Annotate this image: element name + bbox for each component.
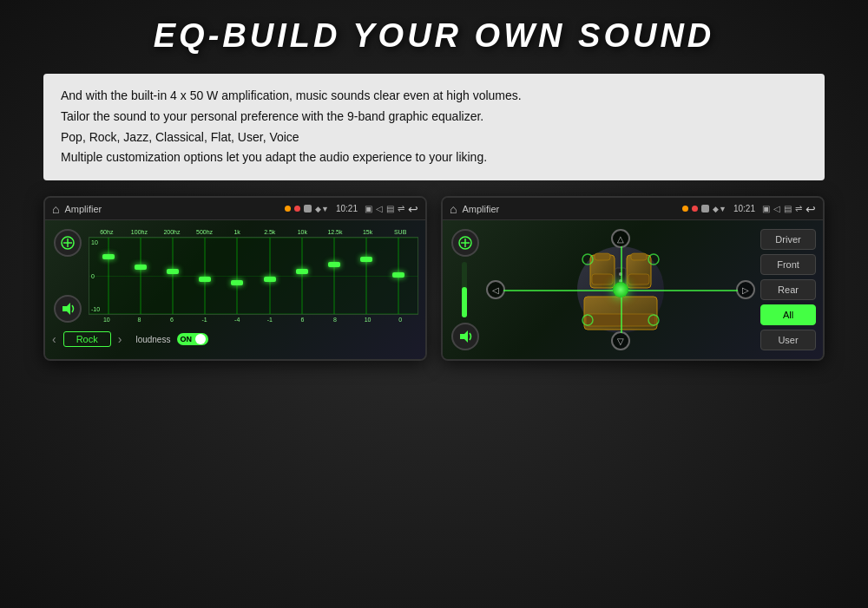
amp-signal-icon: ◆▼ bbox=[713, 205, 727, 213]
amp-left bbox=[450, 229, 481, 350]
eq-bar-col-7[interactable] bbox=[286, 238, 318, 314]
amp-time: 10:21 bbox=[733, 204, 755, 213]
eq-next-btn[interactable]: › bbox=[118, 332, 122, 346]
eq-bot-0: 0 bbox=[391, 317, 410, 323]
eq-label-500hz: 500hz bbox=[195, 229, 214, 235]
amp-btn-rear[interactable]: Rear bbox=[760, 279, 816, 300]
link-icon: ⇌ bbox=[398, 204, 404, 213]
eq-preset-rock[interactable]: Rock bbox=[63, 331, 111, 347]
eq-bot-6b: 6 bbox=[293, 317, 312, 323]
svg-rect-14 bbox=[631, 253, 647, 260]
eq-label-100hz: 100hz bbox=[129, 229, 148, 235]
eq-bot-m1b: -1 bbox=[260, 317, 279, 323]
page-title: EQ-BUILD YOUR OWN SOUND bbox=[35, 17, 833, 55]
eq-bar-col-1[interactable] bbox=[93, 238, 124, 314]
amp-btn-driver[interactable]: Driver bbox=[760, 229, 816, 250]
desc-line1: And with the built-in 4 x 50 W amplifica… bbox=[61, 86, 807, 107]
amp-right: Driver Front Rear All User bbox=[760, 229, 816, 350]
eq-bar-col-5[interactable] bbox=[221, 238, 253, 314]
eq-bottom-controls: ‹ Rock › loudness ON bbox=[52, 328, 418, 350]
eq-labels-top: 60hz 100hz 200hz 500hz 1k 2.5k 10k 12.5k… bbox=[89, 229, 418, 235]
eq-bar-col-3[interactable] bbox=[157, 238, 188, 314]
amp-back-icon[interactable]: ↩ bbox=[806, 202, 816, 216]
amp-body: △ ▽ ◁ ▷ bbox=[443, 220, 823, 359]
eq-main-area: 60hz 100hz 200hz 500hz 1k 2.5k 10k 12.5k… bbox=[52, 229, 418, 323]
eq-label-2_5k: 2.5k bbox=[260, 229, 279, 235]
eq-bot-10: 10 bbox=[97, 317, 116, 323]
status-dot-orange bbox=[285, 206, 291, 212]
eq-label-60hz: 60hz bbox=[97, 229, 116, 235]
eq-volume-btn[interactable] bbox=[54, 295, 82, 323]
amp-center-dot[interactable] bbox=[613, 282, 628, 297]
eq-bot-8b: 8 bbox=[326, 317, 345, 323]
eq-label-200hz: 200hz bbox=[162, 229, 181, 235]
speaker-icon: ◁ bbox=[376, 204, 383, 213]
svg-rect-13 bbox=[595, 253, 610, 260]
amp-volume-track[interactable] bbox=[462, 262, 469, 317]
svg-marker-3 bbox=[62, 303, 70, 315]
eq-grid: 10 0 -10 bbox=[89, 237, 418, 315]
eq-bar-col-9[interactable] bbox=[351, 238, 382, 314]
eq-bot-10b: 10 bbox=[358, 317, 378, 323]
eq-body: 60hz 100hz 200hz 500hz 1k 2.5k 10k 12.5k… bbox=[45, 220, 425, 359]
screen-icon: ▤ bbox=[386, 204, 394, 213]
eq-screen-mockup: ⌂ Amplifier ◆▼ 10:21 ▣ ◁ ▤ ⇌ ↩ bbox=[43, 196, 427, 361]
amp-camera-icon: ▣ bbox=[762, 204, 770, 213]
eq-bar-col-4[interactable] bbox=[189, 238, 220, 314]
amp-nav-down[interactable]: ▽ bbox=[611, 331, 630, 350]
eq-time: 10:21 bbox=[336, 204, 358, 213]
eq-bot-6: 6 bbox=[162, 317, 181, 323]
eq-app-title: Amplifier bbox=[64, 204, 279, 214]
amp-home-icon[interactable]: ⌂ bbox=[450, 202, 457, 216]
home-icon[interactable]: ⌂ bbox=[52, 202, 59, 216]
status-dot-red bbox=[294, 206, 300, 212]
amp-btn-front[interactable]: Front bbox=[760, 254, 816, 275]
eq-left-controls bbox=[52, 229, 83, 323]
eq-loudness-label: loudness bbox=[135, 335, 170, 344]
eq-loudness-toggle[interactable]: ON bbox=[177, 333, 208, 345]
eq-bot-m4: -4 bbox=[227, 317, 247, 323]
amp-link-icon: ⇌ bbox=[795, 204, 802, 213]
amp-status-dot-red bbox=[692, 206, 698, 212]
amp-screen-icon: ▤ bbox=[784, 204, 792, 213]
amp-nav-up[interactable]: △ bbox=[611, 229, 630, 248]
amp-tune-btn[interactable] bbox=[451, 229, 479, 257]
amp-btn-user[interactable]: User bbox=[760, 330, 816, 350]
eq-toggle-knob bbox=[195, 334, 206, 344]
amp-volume-mute-btn[interactable] bbox=[451, 323, 479, 350]
eq-label-sub: SUB bbox=[391, 229, 410, 235]
eq-tune-btn[interactable] bbox=[54, 229, 82, 257]
eq-bar-col-10[interactable] bbox=[383, 238, 414, 314]
eq-bot-8: 8 bbox=[129, 317, 148, 323]
signal-icon: ◆▼ bbox=[315, 205, 329, 213]
svg-marker-7 bbox=[460, 330, 468, 343]
camera-icon: ▣ bbox=[365, 204, 372, 213]
eq-bar-col-8[interactable] bbox=[319, 238, 350, 314]
amp-status-dot-orange bbox=[682, 206, 688, 212]
desc-line2: Tailor the sound to your personal prefer… bbox=[61, 107, 807, 127]
eq-toggle-on-label: ON bbox=[180, 335, 192, 343]
amp-status-bar: ⌂ Amplifier ◆▼ 10:21 ▣ ◁ ▤ ⇌ ↩ bbox=[443, 198, 823, 220]
amp-speaker-icon: ◁ bbox=[773, 204, 780, 213]
eq-prev-btn[interactable]: ‹ bbox=[52, 332, 56, 346]
amp-screen-mockup: ⌂ Amplifier ◆▼ 10:21 ▣ ◁ ▤ ⇌ ↩ bbox=[441, 196, 825, 361]
screenshots-row: ⌂ Amplifier ◆▼ 10:21 ▣ ◁ ▤ ⇌ ↩ bbox=[43, 196, 825, 361]
eq-bar-col-6[interactable] bbox=[253, 238, 285, 314]
eq-label-10k: 10k bbox=[293, 229, 312, 235]
back-icon[interactable]: ↩ bbox=[408, 202, 418, 216]
eq-labels-bottom: 10 8 6 -1 -4 -1 6 8 10 0 bbox=[89, 317, 418, 323]
svg-rect-12 bbox=[628, 274, 649, 284]
amp-nav-left[interactable]: ◁ bbox=[486, 280, 505, 299]
amp-app-title: Amplifier bbox=[462, 204, 677, 214]
description-box: And with the built-in 4 x 50 W amplifica… bbox=[43, 74, 825, 180]
eq-bar-col-2[interactable] bbox=[125, 238, 156, 314]
amp-status-dot-gray bbox=[701, 205, 709, 212]
eq-bot-m1: -1 bbox=[195, 317, 214, 323]
amp-btn-all[interactable]: All bbox=[760, 304, 816, 325]
eq-status-icons: ◆▼ 10:21 ▣ ◁ ▤ ⇌ ↩ bbox=[285, 202, 418, 216]
desc-line3: Pop, Rock, Jazz, Classical, Flat, User, … bbox=[61, 127, 807, 148]
status-dot-gray bbox=[304, 205, 312, 212]
amp-nav-right[interactable]: ▷ bbox=[736, 280, 755, 299]
amp-status-icons: ◆▼ 10:21 ▣ ◁ ▤ ⇌ ↩ bbox=[682, 202, 816, 216]
svg-rect-11 bbox=[592, 274, 613, 284]
